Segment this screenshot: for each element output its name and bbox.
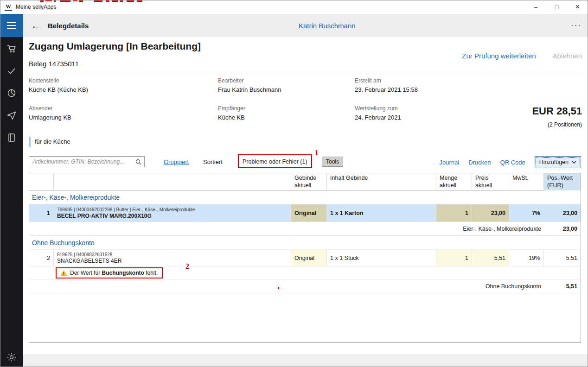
search-icon[interactable] (135, 158, 141, 167)
col-poswert[interactable]: Pos.-Wert (EUR) (544, 173, 581, 190)
wertstellung-value: 24. Februar 2021 (355, 114, 401, 121)
kostenstelle-label: Kostenstelle (29, 77, 59, 84)
empfaenger-label: Empfänger (218, 105, 245, 112)
empfaenger-value: Küche KB (218, 114, 245, 121)
forward-for-review-link[interactable]: Zur Prüfung weiterleiten (462, 52, 536, 60)
app-logo-icon (5, 3, 12, 11)
document-title: Zugang Umlagerung [In Bearbeitung] (29, 41, 201, 52)
col-inhalt[interactable]: Inhalt Gebinde (327, 173, 436, 190)
kostenstelle-value: Küche KB (Küche KB) (29, 86, 88, 93)
col-menge[interactable]: Menge aktuell (436, 173, 472, 190)
document-note: für die Küche (29, 137, 70, 147)
table-header-row: Gebinde aktuell Inhalt Gebinde Menge akt… (29, 173, 581, 190)
annotation-label-1: 1 (315, 149, 319, 157)
mwst-cell: 7% (509, 204, 544, 222)
article-cell: 819625 | 04008832631528 SNACKGABELSETS 4… (54, 250, 291, 266)
app-header: ← Belegdetails Katrin Buschmann ··· (0, 14, 588, 37)
back-button[interactable]: ← (27, 14, 45, 37)
hamburger-menu-icon[interactable] (0, 14, 23, 37)
menge-cell: 1 (436, 204, 472, 222)
send-icon[interactable] (6, 110, 17, 120)
row-number: 1 (29, 204, 54, 222)
group-subtotal-row: Ohne Buchungskonto 5,51 (29, 279, 581, 293)
erstellt-label: Erstellt am (355, 77, 381, 84)
divider (29, 99, 582, 99)
preis-cell: 23,00 (472, 204, 509, 222)
grouped-link[interactable]: Gruppiert (164, 158, 189, 165)
gebinde-cell: Original (291, 250, 327, 266)
reject-link[interactable]: Ablehnen (553, 52, 582, 60)
absender-label: Absender (29, 105, 52, 112)
gear-icon[interactable] (0, 352, 23, 362)
menge-cell: 1 (436, 250, 472, 266)
subtotal-label: Ohne Buchungskonto (29, 283, 544, 290)
qr-code-link[interactable]: QR Code (500, 159, 525, 166)
minimize-button[interactable]: – (525, 0, 546, 14)
close-button[interactable]: × (567, 0, 588, 14)
table-row[interactable]: 2 819625 | 04008832631528 SNACKGABELSETS… (29, 250, 581, 266)
more-options-icon[interactable]: ··· (571, 14, 582, 37)
annotation-label-2: 2 (185, 262, 189, 271)
add-button-label: Hinzufügen (539, 159, 569, 165)
search-input[interactable] (29, 156, 145, 167)
col-preis[interactable]: Preis aktuell (472, 173, 509, 190)
poswert-cell: 23,00 (544, 204, 581, 222)
warning-icon (60, 270, 67, 276)
wertstellung-label: Wertstellung zum (355, 105, 397, 112)
table-row[interactable]: 1 769985 | 04000492002298 | Butter | Eie… (29, 204, 581, 222)
warning-message: Der Wert für Buchungskonto fehlt. (70, 270, 158, 276)
poswert-cell: 5,51 (544, 250, 581, 266)
tools-button[interactable]: Tools (322, 157, 343, 167)
sorted-link[interactable]: Sortiert (203, 158, 223, 165)
subtotal-value: 5,51 (544, 283, 581, 290)
chevron-down-icon (572, 161, 576, 164)
subtotal-label: Eier-, Käse-, Molkereiprodukte (29, 226, 544, 232)
page-title: Belegdetails (48, 14, 89, 37)
absender-value: Umlagerung KB (29, 114, 71, 121)
article-name: SNACKGABELSETS 4ER (57, 258, 121, 264)
preis-cell: 5,51 (472, 250, 509, 266)
document-number: Beleg 14735011 (29, 60, 79, 68)
maximize-button[interactable]: □ (546, 0, 567, 14)
article-info: 819625 | 04008832631528 (57, 252, 112, 257)
col-article (54, 173, 291, 190)
sidebar-nav (0, 37, 23, 367)
window-title: Meine sellyApps (16, 4, 56, 10)
article-name: BECEL PRO-AKTIV MARG.200X10G (57, 213, 152, 219)
pie-chart-icon[interactable] (6, 88, 17, 98)
check-icon[interactable] (6, 66, 17, 76)
subtotal-value: 23,00 (544, 226, 581, 232)
bearbeiter-value: Frau Katrin Buschmann (218, 86, 281, 93)
annotation-box-1: Probleme oder Fehler (1) 1 (238, 154, 312, 168)
positions-table: Gebinde aktuell Inhalt Gebinde Menge akt… (29, 173, 581, 343)
print-link[interactable]: Drucken (468, 159, 491, 166)
divider (29, 74, 582, 74)
search-box (29, 156, 145, 167)
inhalt-cell: 1 x 1 Karton (327, 204, 436, 222)
journal-link[interactable]: Journal (439, 159, 459, 166)
document-total: EUR 28,51 (532, 105, 582, 117)
col-rownum (29, 173, 54, 190)
col-mwst[interactable]: MwSt. (509, 173, 544, 190)
group-header: Eier-, Käse-, Molkereiprodukte (29, 190, 581, 204)
row-number: 2 (29, 250, 54, 266)
mwst-cell: 19% (509, 250, 544, 266)
bottom-bar (23, 354, 588, 367)
user-name-link[interactable]: Katrin Buschmann (299, 14, 356, 37)
problems-filter-link[interactable]: Probleme oder Fehler (1) (243, 158, 307, 165)
erstellt-value: 23. Februar 2021 15:58 (355, 86, 418, 93)
annotation-dot (278, 287, 279, 289)
group-subtotal-row: Eier-, Käse-, Molkereiprodukte 23,00 (29, 222, 581, 236)
book-icon[interactable] (6, 133, 17, 143)
inhalt-cell: 1 x 1 Stück (327, 250, 436, 266)
annotation-box-2: Der Wert für Buchungskonto fehlt. 2 (56, 267, 163, 278)
bearbeiter-label: Bearbeiter (218, 77, 243, 84)
positions-count: (2 Positionen) (548, 121, 582, 128)
col-gebinde[interactable]: Gebinde aktuell (291, 173, 327, 190)
gebinde-cell: Original (291, 204, 327, 222)
cart-icon[interactable] (6, 44, 17, 54)
table-empty-area (29, 293, 581, 342)
add-button[interactable]: Hinzufügen (535, 156, 581, 168)
article-info: 769985 | 04000492002298 | Butter | Eier-… (57, 207, 195, 212)
window-controls: – □ × (525, 0, 588, 14)
